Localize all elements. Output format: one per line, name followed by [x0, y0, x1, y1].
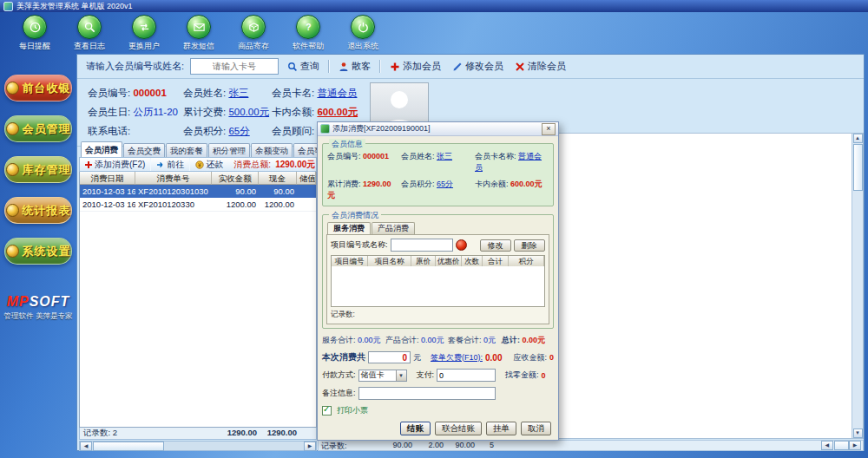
tab-product-consumption[interactable]: 产品消费: [372, 222, 415, 234]
scroll-right-arrow[interactable]: ▶: [304, 442, 316, 451]
sidebar-item-label: 库存管理: [23, 162, 71, 178]
service-total-value: 0.00元: [358, 336, 381, 344]
dialog-title: 添加消费[XF202009190001]: [332, 123, 431, 134]
consumption-total-label: 消费总额:: [233, 159, 271, 171]
note-input[interactable]: [358, 387, 496, 400]
column-header[interactable]: 积分: [509, 256, 544, 266]
tab-balance-changes[interactable]: 余额变动: [251, 143, 293, 157]
scroll-left-arrow[interactable]: ◀: [821, 441, 833, 450]
hold-order-button[interactable]: 挂单: [486, 422, 516, 435]
consumption-toolbar: 添加消费(F2) 前往 ¥ 还款 消费总额: 1290.00元: [79, 157, 317, 172]
clear-member-button[interactable]: 清除会员: [512, 58, 569, 75]
sidebar-item-inventory[interactable]: 库存管理: [4, 156, 72, 183]
sidebar-item-settings[interactable]: 系统设置: [4, 238, 72, 265]
scroll-down-arrow[interactable]: ▼: [853, 429, 863, 438]
scroll-up-arrow[interactable]: ▲: [853, 134, 863, 143]
card-type-value[interactable]: 普通会员: [317, 88, 357, 98]
column-header[interactable]: 项目编号: [332, 256, 368, 266]
column-header[interactable]: 优惠价: [436, 256, 462, 266]
consumption-table: 消费日期 消费单号 实收金额 现金 储值卡 2010-12-03 16: XF2…: [79, 172, 317, 428]
tab-packages[interactable]: 我的套餐: [166, 143, 207, 157]
points-value[interactable]: 65分: [228, 126, 249, 136]
help-icon: ?: [296, 15, 320, 39]
settle-button[interactable]: 结账: [400, 422, 431, 435]
tab-payments[interactable]: 会员交费: [123, 143, 165, 157]
table-row[interactable]: 2010-12-03 16: XF2010120330 1200.00 1200…: [80, 198, 316, 212]
add-member-button[interactable]: 添加会员: [387, 58, 444, 75]
coin-icon: [6, 204, 19, 217]
vertical-scrollbar[interactable]: ▲ ▼: [852, 134, 863, 438]
sidebar-item-label: 系统设置: [23, 244, 71, 259]
member-name-value[interactable]: 张三: [228, 88, 248, 98]
cancel-button[interactable]: 取消: [521, 422, 551, 435]
dialog-titlebar[interactable]: 添加消费[XF202009190001] ×: [318, 122, 558, 136]
horizontal-scrollbar[interactable]: ◀ ▶: [821, 442, 861, 449]
column-header[interactable]: 消费日期: [80, 172, 135, 185]
balance-value: 600.00元: [510, 180, 542, 188]
member-field: 累计交费: 500.00元: [183, 106, 272, 119]
payment-row: 付款方式: 储值卡 ▼ 支付: 找零金额: 0: [322, 369, 554, 382]
item-search-icon[interactable]: [456, 239, 467, 251]
tab-service-consumption[interactable]: 服务消费: [327, 222, 371, 234]
balance-value[interactable]: 600.00元: [317, 107, 358, 117]
group-sms-button[interactable]: 群发短信: [177, 15, 220, 52]
scroll-thumb[interactable]: [853, 144, 863, 191]
goto-button[interactable]: 前往: [155, 159, 185, 171]
modify-item-button[interactable]: 修改: [480, 239, 511, 252]
pay-amount-input[interactable]: [437, 369, 496, 382]
total-paid-value[interactable]: 500.00元: [228, 107, 269, 117]
clock-icon: [23, 15, 47, 39]
scroll-left-arrow[interactable]: ◀: [80, 442, 92, 451]
switch-user-button[interactable]: 更换用户: [122, 15, 166, 52]
member-detail-pane: 会员消费 会员交费 我的套餐 积分管理 余额变动 会员事件 备注提醒 添加消费(…: [79, 142, 317, 451]
scroll-right-arrow[interactable]: ▶: [849, 441, 861, 450]
column-header[interactable]: 现金: [259, 172, 297, 185]
column-header[interactable]: 实收金额: [212, 172, 259, 185]
member-name-value: 张三: [437, 152, 452, 160]
add-consumption-button[interactable]: 添加消费(F2): [83, 159, 146, 171]
daily-reminder-button[interactable]: 每日提醒: [13, 15, 56, 52]
sidebar-item-label: 前台收银: [23, 81, 71, 96]
window-title: 美萍美发管理系统 单机版 2020v1: [16, 1, 133, 12]
modify-member-button[interactable]: 修改会员: [450, 58, 506, 75]
card-number-input[interactable]: [190, 58, 279, 75]
view-log-button[interactable]: 查看日志: [68, 15, 111, 52]
items-table-header: 项目编号 项目名称 原价 优惠价 次数 合计 积分: [332, 256, 544, 266]
column-header[interactable]: 原价: [411, 256, 436, 266]
close-icon[interactable]: ×: [542, 123, 556, 135]
exit-system-button[interactable]: 退出系统: [341, 15, 385, 52]
sidebar-item-cashier[interactable]: 前台收银: [4, 75, 72, 101]
column-header[interactable]: 合计: [483, 256, 509, 266]
brand-slogan: 管理软件 美萍是专家: [0, 311, 76, 322]
query-button[interactable]: 查询: [285, 58, 322, 75]
member-field: 卡内余额: 600.00元: [272, 106, 383, 119]
column-header[interactable]: 消费单号: [135, 172, 212, 185]
scroll-thumb[interactable]: [834, 441, 850, 450]
record-count-label: 记录数:: [321, 441, 347, 452]
tab-consumption[interactable]: 会员消费: [81, 141, 122, 157]
service-consumption-panel: 项目编号或名称: 修改 删除 项目编号 项目名称 原价 优惠价 次数: [326, 234, 549, 324]
table-row-selected[interactable]: 2010-12-03 16: XF2010120301030 90.00 90.…: [80, 185, 316, 198]
delete-item-button[interactable]: 删除: [514, 239, 545, 252]
pay-method-select[interactable]: 储值卡 ▼: [358, 370, 407, 382]
item-code-input[interactable]: [391, 239, 453, 252]
help-button[interactable]: ? 软件帮助: [286, 15, 330, 52]
scroll-thumb[interactable]: [93, 442, 164, 451]
goods-deposit-button[interactable]: 商品寄存: [232, 15, 275, 52]
search-label: 请输入会员编号或姓名:: [86, 60, 184, 73]
column-header[interactable]: 次数: [462, 256, 483, 266]
repay-button[interactable]: ¥ 还款: [194, 159, 224, 171]
sidebar-item-members[interactable]: 会员管理: [4, 115, 72, 142]
walkin-button[interactable]: 散客: [336, 58, 373, 75]
horizontal-scrollbar[interactable]: ◀ ▶: [79, 441, 317, 451]
goods-box-icon: [241, 15, 266, 39]
sidebar-nav: 前台收银 会员管理 库存管理 统计报表 系统设置 MPSOFT 管理软件 美萍是…: [0, 54, 76, 451]
print-receipt-checkbox[interactable]: [322, 406, 332, 415]
credit-debt-link[interactable]: 签单欠费(F10):: [431, 352, 483, 363]
column-header[interactable]: 储值卡: [297, 172, 316, 185]
sidebar-item-reports[interactable]: 统计报表: [4, 197, 72, 224]
power-icon: [351, 15, 375, 39]
tab-points[interactable]: 积分管理: [208, 143, 250, 157]
joint-settle-button[interactable]: 联合结账: [435, 422, 482, 435]
column-header[interactable]: 项目名称: [368, 256, 411, 266]
